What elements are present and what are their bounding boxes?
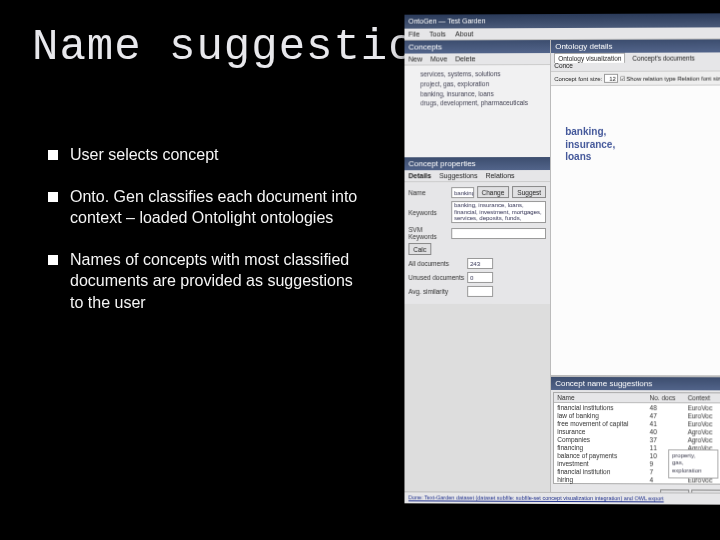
bullet-marker-icon — [48, 192, 58, 202]
menu-about[interactable]: About — [455, 30, 473, 37]
alldocs-label: All documents — [408, 260, 464, 267]
bullet-item: Names of concepts with most classified d… — [48, 249, 368, 314]
props-tabs[interactable]: Details Suggestions Relations — [404, 170, 550, 182]
status-bar: Done: Text-Garden dataset (dataset subfi… — [404, 491, 720, 504]
bullet-text: User selects concept — [70, 144, 368, 166]
table-row[interactable]: insurance40AgroVoc — [554, 427, 720, 436]
bullet-marker-icon — [48, 255, 58, 265]
col-docs[interactable]: No. docs — [647, 393, 685, 403]
svm-label: SVM Keywords — [408, 226, 448, 240]
props-title: Concept properties — [404, 157, 550, 170]
table-row[interactable]: Companies37AgroVoc — [554, 435, 720, 444]
concepts-title: Concepts — [404, 40, 550, 54]
similarity-value — [467, 286, 493, 297]
suggestions-panel: Concept name suggestions Name No. docs C… — [551, 376, 720, 505]
similarity-label: Avg. similarity — [408, 288, 464, 295]
keywords-label: Keywords — [408, 209, 448, 216]
selected-concept-label: banking, insurance, loans — [565, 126, 615, 164]
suggestions-title: Concept name suggestions — [551, 377, 720, 390]
tree-item[interactable]: project, gas, exploration — [410, 79, 544, 89]
change-button[interactable]: Change — [477, 186, 510, 198]
font-size-label: Concept font size: — [554, 76, 602, 82]
concepts-toolbar: New Move Delete — [404, 53, 550, 65]
bullet-item: Onto. Gen classifies each document into … — [48, 186, 368, 229]
tree-item[interactable]: banking, insurance, loans — [410, 89, 544, 99]
table-row[interactable]: free movement of capital41EuroVoc — [554, 419, 720, 427]
unused-value: 0 — [467, 272, 493, 283]
bullet-item: User selects concept — [48, 144, 368, 166]
tab-suggestions[interactable]: Suggestions — [439, 172, 477, 179]
menu-file[interactable]: File — [408, 31, 419, 38]
name-label: Name — [408, 189, 448, 196]
suggest-button[interactable]: Suggest — [512, 186, 546, 198]
font-size-input[interactable]: 12 — [604, 74, 618, 83]
app-window: OntoGen — Test Garden File Tools About C… — [404, 13, 720, 504]
visualization-canvas[interactable]: banking, insurance, loans — [551, 86, 720, 377]
tab-documents[interactable]: Concept's documents — [632, 55, 695, 62]
menu-tools[interactable]: Tools — [429, 30, 445, 37]
alldocs-value: 243 — [467, 258, 493, 269]
table-row[interactable]: financial institutions48EuroVoc — [554, 402, 720, 411]
table-row[interactable]: law of banking47EuroVoc — [554, 411, 720, 419]
col-name[interactable]: Name — [554, 393, 646, 403]
move-button[interactable]: Move — [430, 55, 447, 62]
svm-input[interactable] — [451, 228, 546, 239]
ontology-title: Ontology details — [551, 39, 720, 53]
tree-item[interactable]: drugs, development, pharmaceuticals — [410, 98, 544, 108]
bullet-text: Names of concepts with most classified d… — [70, 249, 368, 314]
col-context[interactable]: Context — [685, 393, 720, 403]
keywords-input[interactable]: banking, insurance, loans, financial, in… — [451, 201, 546, 223]
viz-options: Concept font size: 12 ☑ Show relation ty… — [551, 71, 720, 86]
concept-tree[interactable]: services, systems, solutions project, ga… — [404, 65, 550, 157]
concepts-pane: Concepts New Move Delete services, syste… — [404, 40, 551, 504]
ontology-pane: Ontology details Ontology visualization … — [551, 39, 720, 504]
unused-label: Unused documents — [408, 274, 464, 281]
bullet-list: User selects concept Onto. Gen classifie… — [48, 144, 368, 334]
ontology-tabs[interactable]: Ontology visualization Concept's documen… — [551, 52, 720, 72]
show-relation-label: Show relation type — [626, 76, 676, 82]
name-input[interactable]: banking, insurance, loans — [451, 187, 473, 198]
new-button[interactable]: New — [408, 56, 422, 63]
show-relation-checkbox[interactable]: ☑ — [620, 76, 625, 82]
tab-concepts[interactable]: Conce — [554, 62, 573, 69]
relation-font-label: Relation font siz — [677, 76, 720, 82]
tab-details[interactable]: Details — [408, 172, 431, 179]
tab-relations[interactable]: Relations — [486, 172, 515, 179]
bullet-text: Onto. Gen classifies each document into … — [70, 186, 368, 229]
bullet-marker-icon — [48, 150, 58, 160]
tree-item[interactable]: services, systems, solutions — [410, 69, 544, 79]
mini-concept-box: property, gas, exploration — [668, 449, 718, 479]
calc-button[interactable]: Calc — [408, 243, 431, 255]
props-form: Name banking, insurance, loans Change Su… — [404, 182, 550, 304]
delete-button[interactable]: Delete — [455, 55, 475, 62]
window-titlebar: OntoGen — Test Garden — [404, 13, 720, 28]
